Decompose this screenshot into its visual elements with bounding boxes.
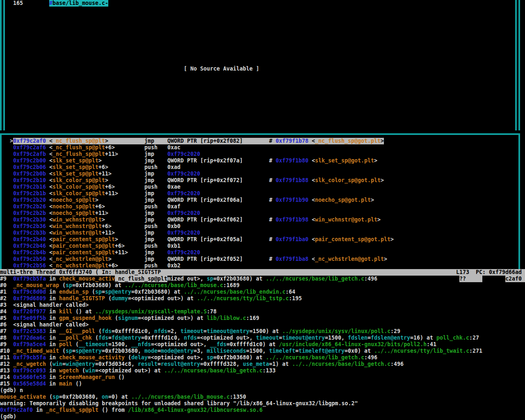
terminal-text: sp	[95, 289, 102, 295]
terminal-text: push	[144, 203, 158, 210]
asm-line: 0xf79c2af6<_nc_flush_sp@plt+6>push0xac	[0, 144, 525, 151]
terminal-text: () from	[102, 407, 125, 413]
terminal-text: jmp	[144, 190, 154, 197]
terminal-text: _nc_mouse_wrap	[13, 282, 59, 289]
asm-line: 0xf79c2afb<_nc_flush_sp@plt+11>jmp0xf79c…	[0, 151, 525, 158]
bt-frame-15: #150x565e58d4inmain()	[0, 381, 525, 387]
terminal-text: =<optimized out>) at	[138, 315, 203, 322]
terminal-text: check_mouse_activ	[59, 276, 115, 282]
terminal-text: 0xf79f1b88	[276, 177, 308, 184]
terminal-text: =0x0) at	[345, 348, 371, 354]
terminal-text: nfds	[184, 335, 197, 341]
terminal-text: mouse_activate	[0, 394, 46, 400]
terminal-text: 0xf79c8d0d	[13, 289, 46, 295]
terminal-text: :271	[469, 348, 482, 354]
asm-line: 0xf79c2b06<slk_set_sp@plt+6>push0xad	[0, 164, 525, 171]
terminal-text: jmp	[144, 158, 154, 164]
terminal-text: endwin_sp	[59, 289, 89, 295]
terminal-text: <	[49, 262, 52, 269]
terminal-text: #	[269, 177, 272, 184]
terminal-text: +11>	[105, 190, 118, 197]
terminal-text: L173 PC: 0xf79d66ad	[456, 269, 522, 276]
terminal-text: wgetch	[59, 368, 79, 374]
terminal-text: in	[49, 341, 56, 348]
terminal-text: 0xf79c2b00	[13, 158, 46, 164]
terminal-text: _nc_wchstrlen@got.plt	[315, 256, 384, 262]
terminal-text: 0xf79c2b30	[13, 217, 46, 223]
terminal-text: =	[295, 348, 299, 354]
terminal-text: /usr/include/x86_64-linux-gnux32/bits/po…	[279, 341, 427, 348]
terminal-text: <	[49, 236, 52, 243]
terminal-text: <	[49, 190, 52, 197]
terminal-text: result@entry	[161, 361, 200, 368]
terminal-text: _nc_flush_sp@plt	[115, 276, 167, 282]
terminal-text: win	[85, 368, 95, 374]
terminal-text: win_wchnstr@plt	[52, 223, 102, 230]
terminal-text: <	[49, 197, 52, 203]
terminal-text: =0) at	[108, 394, 128, 400]
terminal-text: sp	[66, 348, 72, 354]
terminal-text: =	[102, 289, 105, 295]
terminal-text: 0xf79c2020	[167, 210, 200, 217]
terminal-text: <	[49, 144, 52, 151]
terminal-text: milliseconds	[207, 348, 246, 354]
terminal-text: use_meta	[243, 361, 269, 368]
terminal-text: __nfds	[131, 341, 151, 348]
terminal-text: ()	[118, 374, 125, 381]
terminal-text: 0xf79c2b10	[13, 177, 46, 184]
terminal-text: 0xf79cc093	[13, 368, 46, 374]
gdb-tui-terminal[interactable]: 165#base/lib_mouse.c-[ No Source Availab…	[0, 0, 525, 420]
terminal-text: <	[49, 217, 52, 223]
terminal-text: =<optimized out>,	[197, 335, 253, 341]
terminal-text: 0xf79c2b3b	[13, 230, 46, 236]
terminal-text: >	[102, 217, 105, 223]
bt-frame-1: #10xf79c8d0dinendwin_sp(sp=sp@entry=0xf2…	[0, 289, 525, 295]
terminal-text: jmp	[144, 230, 154, 236]
asm-line: 0xf79c2b3b<win_wchnstr@plt+11>jmp0xf79c2…	[0, 230, 525, 236]
terminal-text: <	[312, 217, 315, 223]
gdb-prompt: (gdb)	[0, 413, 525, 420]
terminal-text: 0xae	[167, 184, 180, 190]
terminal-text: push	[144, 164, 158, 171]
terminal-text: =<optimized out>) at	[128, 295, 194, 302]
terminal-text: (	[62, 282, 66, 289]
terminal-text: 0xf79d6809	[13, 295, 46, 302]
terminal-text: >	[374, 158, 377, 164]
terminal-text: (	[49, 361, 52, 368]
terminal-text: =1) at	[269, 361, 289, 368]
terminal-text: win	[52, 361, 62, 368]
terminal-text: :169	[246, 315, 259, 322]
terminal-text: 0xf79a5ce4	[13, 341, 46, 348]
terminal-text: <	[312, 256, 315, 262]
terminal-text: >	[384, 256, 387, 262]
terminal-text: :1689	[223, 282, 240, 289]
terminal-text: jmp	[144, 236, 154, 243]
terminal-text: c2af0	[505, 276, 522, 282]
terminal-text: ../../ncurses/base/lib_mouse.c	[125, 282, 223, 289]
terminal-text: 0xf79f1b78	[276, 138, 308, 144]
terminal-text: QWORD PTR [rip+0x2f05a]	[167, 236, 243, 243]
terminal-text: 165	[13, 0, 23, 7]
terminal-text: =<optimized out>) at	[95, 368, 161, 374]
terminal-text: =0xf2b03680) at	[213, 354, 262, 361]
terminal-text: noecho_sp@plt	[52, 210, 95, 217]
terminal-text: <	[49, 158, 52, 164]
terminal-text: <	[49, 230, 52, 236]
terminal-text: +6>	[108, 262, 118, 269]
terminal-text: =0xf2b03680) at	[213, 276, 262, 282]
terminal-text: (gdb)	[0, 413, 16, 420]
terminal-text: in	[36, 407, 43, 413]
terminal-text: timeout@entry	[207, 328, 249, 335]
terminal-text: pair_content_sp@plt	[52, 249, 115, 256]
terminal-text: +11>	[102, 230, 115, 236]
terminal-text: =1500,	[325, 335, 345, 341]
terminal-text: __timeout	[79, 341, 108, 348]
asm-line: 0xf79c2b1b<slk_color_sp@plt+11>jmp0xf79c…	[0, 190, 525, 197]
terminal-text: #0	[0, 282, 7, 289]
asm-line: 0xf79c2b30<win_wchnstr@plt>jmpQWORD PTR …	[0, 217, 525, 223]
terminal-text: :29	[390, 328, 400, 335]
terminal-text: 0xf79c2b1b	[13, 190, 46, 197]
asm-line: 0xf79c2b46<pair_content_sp@plt+6>push0xb…	[0, 243, 525, 249]
terminal-text: _nc_wgetch	[13, 361, 46, 368]
terminal-text: ()	[75, 381, 82, 387]
